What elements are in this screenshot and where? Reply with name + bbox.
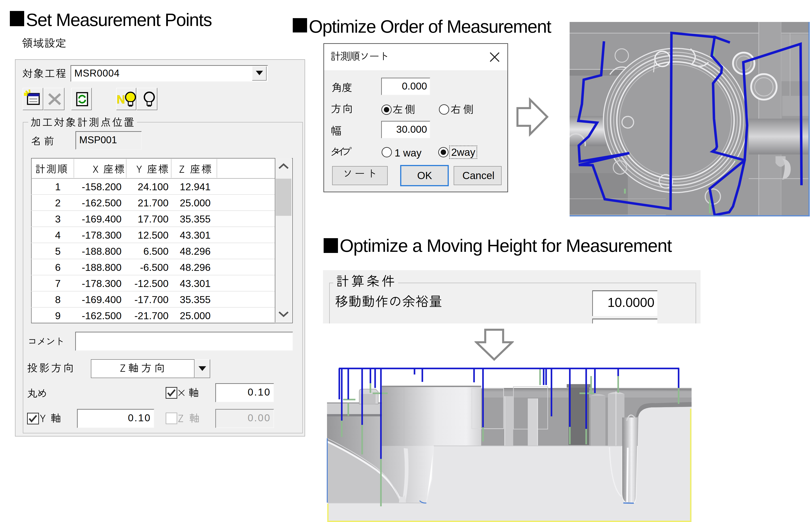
svg-text:N: N — [117, 93, 125, 106]
